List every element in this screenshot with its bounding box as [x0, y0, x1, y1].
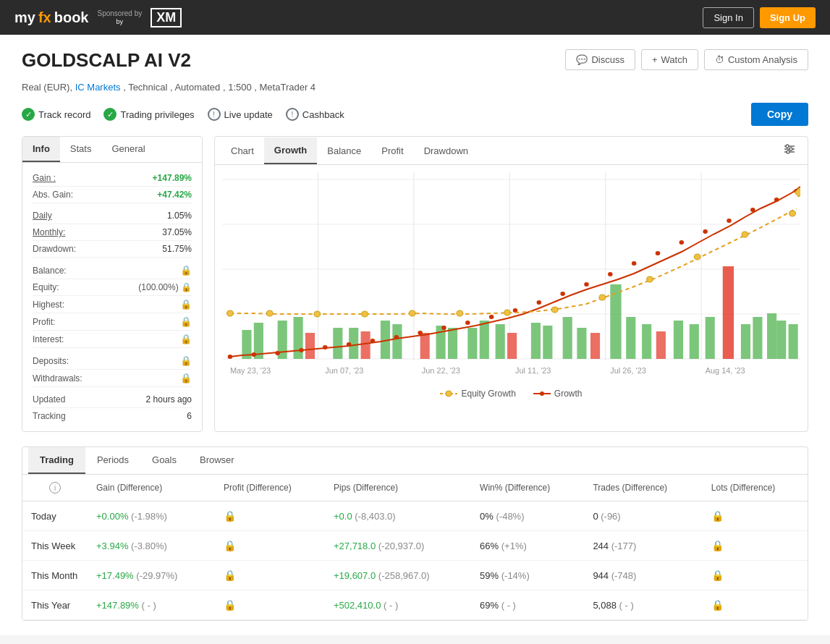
copy-button[interactable]: Copy	[751, 103, 808, 126]
discuss-label: Discuss	[591, 54, 624, 65]
highest-label: Highest:	[33, 300, 64, 310]
equity-growth-label: Equity Growth	[461, 389, 515, 399]
profit-lock: 🔒	[180, 316, 192, 327]
tracking-label: Tracking	[33, 411, 66, 421]
logo-fx: fx	[38, 9, 51, 26]
info-row-gain: Gain : +147.89%	[33, 170, 192, 187]
badge-trading-privileges: ✓ Trading privileges	[103, 108, 194, 121]
info-circle-header[interactable]: i	[49, 482, 61, 493]
svg-point-87	[504, 310, 511, 315]
svg-point-57	[251, 352, 256, 357]
svg-point-63	[394, 335, 399, 339]
watch-button[interactable]: + Watch	[641, 49, 698, 70]
win-year: 69% ( - )	[471, 590, 584, 620]
check-icon-trading: ✓	[103, 108, 117, 121]
svg-point-79	[774, 198, 779, 202]
legend-growth: Growth	[533, 389, 583, 399]
pips-year: +502,410.0 ( - )	[325, 590, 471, 620]
tab-general[interactable]: General	[101, 137, 155, 162]
svg-rect-30	[392, 324, 402, 359]
info-row-drawdown: Drawdown: 51.75%	[33, 241, 192, 258]
badges-row: ✓ Track record ✓ Trading privileges ! Li…	[22, 103, 808, 126]
tab-goals[interactable]: Goals	[140, 447, 188, 474]
svg-point-73	[632, 261, 637, 266]
balance-lock: 🔒	[180, 265, 192, 276]
info-row-abs-gain: Abs. Gain: +47.42%	[33, 187, 192, 203]
svg-rect-31	[420, 333, 430, 359]
svg-rect-54	[776, 321, 786, 359]
discuss-icon: 💬	[576, 54, 588, 65]
svg-point-84	[362, 311, 368, 317]
svg-rect-46	[656, 331, 666, 359]
svg-point-3	[786, 145, 789, 148]
info-panel-body: Gain : +147.89% Abs. Gain: +47.42% Daily…	[22, 163, 202, 431]
info-panel: Info Stats General Gain : +147.89% Abs. …	[22, 136, 203, 432]
tab-profit[interactable]: Profit	[371, 138, 413, 164]
action-buttons: 💬 Discuss + Watch ⏱ Custom Analysis	[565, 49, 808, 70]
svg-point-104	[540, 391, 544, 396]
signup-button[interactable]: Sign Up	[760, 7, 816, 28]
svg-point-86	[457, 310, 463, 316]
growth-chart-svg: 160% 120% 80% 40% 0%	[222, 172, 800, 382]
profit-label: Profit:	[33, 317, 55, 327]
abs-gain-value: +47.42%	[157, 190, 192, 200]
tab-info[interactable]: Info	[22, 137, 60, 162]
profit-today: 🔒	[215, 501, 325, 531]
svg-point-66	[465, 321, 470, 325]
settings-icon[interactable]	[777, 137, 802, 164]
svg-rect-39	[543, 326, 552, 359]
svg-point-77	[727, 219, 732, 223]
col-win-header: Win% (Difference)	[471, 475, 584, 501]
svg-text:Jul 11, '23: Jul 11, '23	[515, 367, 551, 374]
lots-today: 🔒	[703, 501, 808, 531]
svg-rect-44	[626, 317, 635, 359]
info-row-tracking: Tracking 6	[33, 408, 192, 424]
col-gain-header: Gain (Difference)	[88, 475, 215, 501]
tab-chart[interactable]: Chart	[221, 138, 264, 164]
table-header: i Gain (Difference) Profit (Difference) …	[22, 475, 808, 501]
tab-drawdown[interactable]: Drawdown	[414, 138, 478, 164]
tab-trading[interactable]: Trading	[28, 447, 85, 474]
svg-text:Jun 07, '23: Jun 07, '23	[325, 367, 363, 374]
svg-rect-36	[496, 324, 505, 359]
tab-periods[interactable]: Periods	[85, 447, 140, 474]
broker-link[interactable]: IC Markets	[75, 82, 121, 93]
lots-month: 🔒	[703, 561, 808, 590]
svg-rect-42	[590, 333, 600, 359]
signin-button[interactable]: Sign In	[703, 7, 753, 28]
daily-label: Daily	[33, 211, 52, 221]
svg-text:Jun 22, '23: Jun 22, '23	[422, 367, 460, 374]
info-row-deposits: Deposits: 🔒	[33, 352, 192, 370]
gain-today: +0.00% (-1.98%)	[88, 501, 215, 531]
interest-lock: 🔒	[180, 334, 192, 344]
svg-rect-41	[577, 328, 586, 359]
info-row-updated: Updated 2 hours ago	[33, 391, 192, 408]
tab-balance[interactable]: Balance	[317, 138, 371, 164]
info-row-monthly: Monthly: 37.05%	[33, 224, 192, 241]
equity-label: Equity:	[33, 282, 59, 292]
svg-point-74	[656, 251, 661, 255]
pips-today: +0.0 (-8,403.0)	[325, 501, 471, 531]
svg-rect-40	[563, 317, 572, 359]
custom-analysis-button[interactable]: ⏱ Custom Analysis	[704, 49, 808, 70]
badge-cashback-label: Cashback	[302, 109, 344, 120]
title-action-row: GOLDSCALP AI V2 💬 Discuss + Watch ⏱ Cust…	[22, 49, 808, 82]
legend-equity-growth: Equity Growth	[440, 389, 515, 399]
svg-point-102	[446, 391, 452, 397]
monthly-value: 37.05%	[162, 227, 192, 237]
tab-stats[interactable]: Stats	[60, 137, 102, 162]
svg-text:Jul 26, '23: Jul 26, '23	[610, 367, 646, 374]
gain-year: +147.89% ( - )	[88, 590, 215, 620]
tab-growth[interactable]: Growth	[264, 137, 318, 164]
legend-growth-icon	[533, 389, 551, 398]
tab-browser[interactable]: Browser	[188, 447, 246, 474]
discuss-button[interactable]: 💬 Discuss	[565, 49, 635, 70]
balance-label: Balance:	[33, 266, 67, 276]
info-icon-cashback: !	[286, 108, 299, 121]
sponsored-text: Sponsored by by	[97, 9, 142, 26]
svg-point-67	[489, 315, 494, 319]
equity-value: (100.00%) 🔒	[138, 282, 192, 292]
col-trades-header: Trades (Difference)	[584, 475, 702, 501]
logo-my: my	[14, 9, 35, 26]
svg-rect-24	[294, 317, 303, 359]
